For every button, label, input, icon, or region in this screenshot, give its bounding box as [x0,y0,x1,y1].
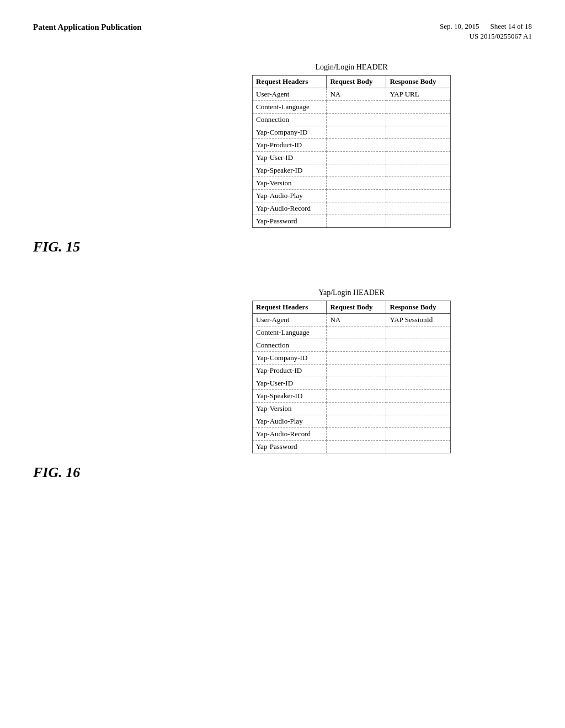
fig15-table: Request Headers Request Body Response Bo… [252,75,451,228]
table-row: Yap-Product-ID [253,139,451,152]
col-request-body: Request Body [327,76,386,88]
publication-date: Sep. 10, 2015 [440,22,479,31]
table-cell [386,202,451,215]
table-cell [386,441,451,453]
table-cell [386,377,451,390]
table-cell: Connection [253,339,327,352]
table-row: Yap-Audio-Record [253,428,451,441]
table-cell [386,190,451,202]
table-row: Yap-Company-ID [253,126,451,139]
table-cell: Yap-Audio-Record [253,428,327,441]
table-cell [327,377,386,390]
table-cell: Yap-Speaker-ID [253,390,327,403]
table-row: Yap-User-ID [253,152,451,164]
table-cell: Yap-Password [253,215,327,228]
table-cell: User-Agent [253,314,327,326]
table-cell [327,352,386,365]
col-request-body: Request Body [327,301,386,314]
table-cell [327,415,386,428]
table-cell: Yap-Audio-Play [253,415,327,428]
table-cell [386,139,451,152]
table-cell: Content-Language [253,326,327,339]
table-cell: Yap-Audio-Record [253,202,327,215]
col-request-headers: Request Headers [253,301,327,314]
table-cell [386,415,451,428]
publication-label: Patent Application Publication [33,22,142,33]
fig15-section: Login/Login HEADER Request Headers Reque… [33,63,532,255]
table-cell [327,164,386,177]
table-cell: YAP SessionId [386,314,451,326]
table-cell [386,215,451,228]
table-row: Content-Language [253,101,451,114]
date-sheet: Sep. 10, 2015 Sheet 14 of 18 [440,22,532,31]
table-row: Yap-Product-ID [253,365,451,377]
fig16-section: Yap/Login HEADER Request Headers Request… [33,288,532,481]
table-row: Connection [253,114,451,126]
table-row: Yap-Company-ID [253,352,451,365]
patent-number: US 2015/0255067 A1 [470,32,532,41]
table-row: Yap-Audio-Play [253,190,451,202]
table-cell: Yap-Product-ID [253,365,327,377]
table-cell [386,114,451,126]
table-cell [327,365,386,377]
table-cell [327,101,386,114]
header-right: Sep. 10, 2015 Sheet 14 of 18 US 2015/025… [440,22,532,41]
fig16-label: FIG. 16 [33,464,532,481]
table-cell: Connection [253,114,327,126]
fig16-table: Request Headers Request Body Response Bo… [252,301,451,453]
table-header-row: Request Headers Request Body Response Bo… [253,301,451,314]
table-row: User-AgentNAYAP SessionId [253,314,451,326]
table-row: Connection [253,339,451,352]
fig16-title: Yap/Login HEADER [318,288,385,297]
table-cell [386,428,451,441]
table-cell [327,390,386,403]
table-row: Yap-User-ID [253,377,451,390]
table-cell: Yap-User-ID [253,377,327,390]
table-cell [327,114,386,126]
table-row: Yap-Audio-Record [253,202,451,215]
table-row: Yap-Version [253,403,451,415]
table-cell: Yap-Audio-Play [253,190,327,202]
table-cell [386,177,451,190]
col-request-headers: Request Headers [253,76,327,88]
table-header-row: Request Headers Request Body Response Bo… [253,76,451,88]
fig15-table-wrapper: Login/Login HEADER Request Headers Reque… [171,63,532,228]
table-row: Yap-Speaker-ID [253,164,451,177]
sheet-info: Sheet 14 of 18 [491,22,532,31]
table-cell: NA [327,314,386,326]
table-cell: NA [327,88,386,101]
table-cell: YAP URL [386,88,451,101]
col-response-body: Response Body [386,301,451,314]
table-cell: Yap-Company-ID [253,126,327,139]
table-cell: User-Agent [253,88,327,101]
page-header: Patent Application Publication Sep. 10, … [33,22,532,41]
fig15-title: Login/Login HEADER [315,63,387,72]
table-cell [386,403,451,415]
fig15-label: FIG. 15 [33,239,532,255]
table-row: Yap-Password [253,215,451,228]
table-cell [327,152,386,164]
table-cell [327,215,386,228]
table-cell [386,365,451,377]
table-cell [327,190,386,202]
table-cell [386,326,451,339]
table-cell: Yap-Version [253,177,327,190]
table-cell: Yap-Company-ID [253,352,327,365]
table-row: User-AgentNAYAP URL [253,88,451,101]
table-cell [327,403,386,415]
table-cell [327,139,386,152]
table-cell: Yap-Password [253,441,327,453]
table-cell [327,441,386,453]
table-cell [386,152,451,164]
table-cell [386,390,451,403]
table-cell [327,339,386,352]
table-cell [386,164,451,177]
table-cell: Yap-Version [253,403,327,415]
table-row: Yap-Audio-Play [253,415,451,428]
table-cell [386,352,451,365]
fig16-table-wrapper: Yap/Login HEADER Request Headers Request… [171,288,532,453]
table-row: Yap-Version [253,177,451,190]
table-cell [386,101,451,114]
table-cell [386,126,451,139]
table-cell: Yap-Product-ID [253,139,327,152]
